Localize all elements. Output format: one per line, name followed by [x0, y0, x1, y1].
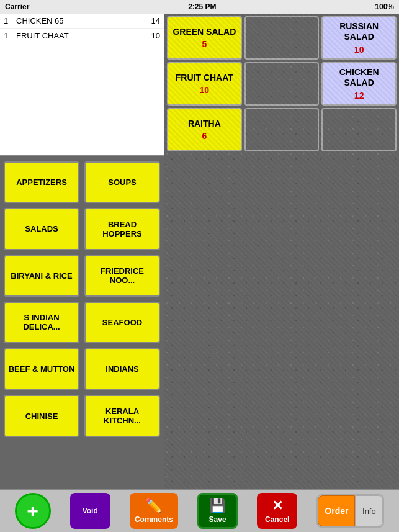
comments-icon: ✏️ [145, 498, 162, 514]
info-button[interactable]: Info [355, 495, 383, 526]
save-button[interactable]: 💾 Save [197, 493, 238, 529]
order-name: FRUIT CHAAT [16, 31, 141, 40]
category-button[interactable]: S INDIAN DELICA... [4, 302, 79, 343]
menu-item[interactable]: FRUIT CHAAT 10 [167, 62, 242, 106]
menu-item[interactable]: RUSSIAN SALAD 10 [321, 16, 397, 60]
category-button[interactable]: CHINISE [4, 395, 79, 436]
void-button[interactable]: Void [70, 493, 110, 529]
comments-button[interactable]: ✏️ Comments [130, 493, 178, 529]
save-label: Save [209, 515, 226, 524]
order-rows: 1 CHICKEN 65 14 1 FRUIT CHAAT 10 [0, 14, 164, 43]
order-button[interactable]: Order [318, 495, 355, 526]
category-button[interactable]: INDIANS [84, 348, 160, 390]
order-row: 1 FRUIT CHAAT 10 [0, 29, 164, 43]
menu-item-price: 6 [202, 131, 207, 141]
order-qty: 1 [4, 31, 16, 40]
menu-item[interactable]: CHICKEN SALAD 12 [321, 62, 397, 106]
cancel-label: Cancel [265, 515, 289, 524]
menu-item-empty [321, 108, 397, 151]
main-layout: 1 CHICKEN 65 14 1 FRUIT CHAAT 10 APPETIZ… [0, 14, 399, 489]
carrier-label: Carrier [5, 2, 29, 11]
category-button[interactable]: FRIEDRICE NOO... [84, 255, 160, 297]
comments-label: Comments [135, 515, 173, 524]
category-button[interactable]: SOUPS [84, 161, 160, 203]
time-label: 2:25 PM [29, 2, 375, 11]
save-icon: 💾 [209, 498, 226, 514]
menu-item-name: FRUIT CHAAT [176, 73, 233, 83]
order-info-group: Order Info [316, 494, 384, 528]
order-price: 10 [141, 31, 160, 40]
menu-item-empty [244, 62, 320, 106]
category-button[interactable]: APPETIZERS [4, 161, 79, 203]
category-button[interactable]: BIRYANI & RICE [4, 255, 79, 297]
order-label: Order [325, 506, 348, 516]
category-button[interactable]: BREAD HOPPERS [84, 208, 160, 250]
info-label: Info [362, 507, 376, 516]
menu-item-empty [244, 16, 320, 60]
categories-area: APPETIZERSSOUPSSALADSBREAD HOPPERSBIRYAN… [0, 156, 164, 489]
menu-item-price: 12 [354, 91, 364, 101]
menu-item-empty [244, 108, 320, 151]
status-bar: Carrier 2:25 PM 100% [0, 0, 399, 14]
bottom-toolbar: + Void ✏️ Comments 💾 Save ✕ Cancel Order… [0, 489, 399, 532]
battery-label: 100% [375, 2, 394, 11]
cancel-button[interactable]: ✕ Cancel [257, 493, 297, 529]
menu-item-price: 10 [200, 85, 210, 95]
order-qty: 1 [4, 16, 16, 25]
category-button[interactable]: SALADS [4, 208, 79, 250]
void-label: Void [83, 507, 98, 515]
right-panel: GREEN SALAD 5 RUSSIAN SALAD 10 FRUIT CHA… [164, 14, 399, 489]
order-name: CHICKEN 65 [16, 16, 141, 25]
menu-item-name: GREEN SALAD [173, 27, 236, 37]
menu-item-name: CHICKEN SALAD [325, 67, 393, 88]
order-row: 1 CHICKEN 65 14 [0, 14, 164, 29]
order-list: 1 CHICKEN 65 14 1 FRUIT CHAAT 10 [0, 14, 164, 156]
category-button[interactable]: BEEF & MUTTON [4, 348, 79, 390]
menu-item-name: RAITHA [188, 119, 221, 129]
category-button[interactable]: KERALA KITCHN... [84, 395, 160, 436]
add-button[interactable]: + [15, 493, 51, 529]
category-button[interactable]: SEAFOOD [84, 302, 160, 343]
menu-item[interactable]: GREEN SALAD 5 [167, 16, 242, 60]
cancel-icon: ✕ [272, 498, 283, 514]
left-panel: 1 CHICKEN 65 14 1 FRUIT CHAAT 10 APPETIZ… [0, 14, 164, 489]
menu-item-price: 10 [354, 45, 364, 55]
order-price: 14 [141, 16, 160, 25]
menu-item-name: RUSSIAN SALAD [325, 21, 393, 42]
menu-item[interactable]: RAITHA 6 [167, 108, 242, 151]
menu-item-price: 5 [202, 39, 207, 49]
